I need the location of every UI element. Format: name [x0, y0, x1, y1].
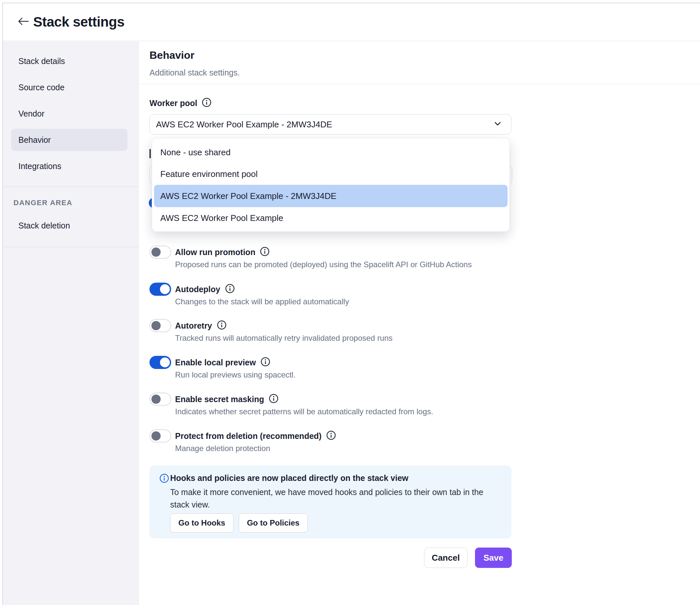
toggle-description: Indicates whether secret patterns will b… — [175, 407, 433, 416]
info-icon[interactable] — [326, 430, 336, 442]
toggle-description: Manage deletion protection — [175, 444, 336, 453]
arrow-left-icon — [17, 17, 30, 28]
toggle-description: Tracked runs will automatically retry in… — [175, 334, 393, 343]
sidebar-item-stack-details[interactable]: Stack details — [3, 48, 138, 74]
info-icon[interactable] — [217, 320, 227, 331]
section-divider — [139, 84, 700, 84]
dropdown-option-none[interactable]: None - use shared — [152, 141, 509, 163]
toggle-row-autoretry: Autoretry Tracked runs will automaticall… — [149, 319, 393, 343]
toggle-knob — [151, 431, 160, 441]
hooks-policies-info-box: Hooks and policies are now placed direct… — [149, 466, 511, 538]
info-icon[interactable] — [269, 394, 279, 405]
info-icon-blue — [159, 473, 169, 484]
info-box-title: Hooks and policies are now placed direct… — [170, 473, 408, 483]
danger-area-heading: DANGER AREA — [14, 199, 72, 207]
info-box-body: To make it more convenient, we have move… — [170, 486, 502, 511]
toggle-row-protect-from-deletion: Protect from deletion (recommended) Mana… — [149, 429, 336, 453]
toggle-knob — [151, 395, 160, 404]
sidebar-item-stack-deletion[interactable]: Stack deletion — [18, 218, 70, 233]
toggle-label: Enable secret masking — [175, 395, 264, 404]
worker-pool-dropdown-menu: None - use shared Feature environment po… — [152, 138, 510, 232]
toggle-row-allow-run-promotion: Allow run promotion Proposed runs can be… — [149, 245, 472, 269]
toggle-label: Autoretry — [175, 321, 212, 331]
info-icon[interactable] — [260, 246, 270, 258]
info-icon[interactable] — [225, 284, 235, 295]
sidebar-danger-section: DANGER AREA Stack deletion — [3, 187, 138, 247]
dropdown-option-aws-2mw3j4de[interactable]: AWS EC2 Worker Pool Example - 2MW3J4DE — [154, 185, 507, 207]
section-title: Behavior — [149, 49, 195, 61]
stack-settings-page: Stack settings Stack details Source code… — [0, 0, 700, 605]
worker-pool-select[interactable]: AWS EC2 Worker Pool Example - 2MW3J4DE — [149, 114, 511, 135]
sidebar-item-source-code[interactable]: Source code — [3, 74, 138, 101]
toggle-row-autodeploy: Autodeploy Changes to the stack will be … — [149, 283, 349, 306]
back-button[interactable] — [16, 16, 31, 29]
toggle-label: Allow run promotion — [175, 247, 255, 257]
enable-secret-masking-toggle[interactable] — [149, 393, 171, 406]
cancel-button[interactable]: Cancel — [424, 548, 468, 568]
toggle-label: Enable local preview — [175, 358, 256, 367]
toggle-knob — [160, 358, 170, 367]
info-icon[interactable] — [260, 357, 270, 368]
chevron-down-icon — [493, 119, 503, 130]
sidebar-nav: Stack details Source code Vendor Behavio… — [3, 42, 138, 187]
section-subtitle: Additional stack settings. — [149, 68, 240, 77]
toggle-description: Changes to the stack will be applied aut… — [175, 297, 349, 306]
hidden-field-label-fragment — [149, 149, 151, 158]
sidebar: Stack details Source code Vendor Behavio… — [3, 42, 139, 605]
sidebar-item-vendor[interactable]: Vendor — [3, 101, 138, 127]
allow-run-promotion-toggle[interactable] — [149, 245, 171, 259]
worker-pool-label-row: Worker pool — [149, 97, 211, 109]
toggle-row-enable-local-preview: Enable local preview Run local previews … — [149, 356, 296, 379]
toggle-row-enable-secret-masking: Enable secret masking Indicates whether … — [149, 393, 433, 416]
info-icon[interactable] — [202, 98, 211, 109]
sidebar-item-behavior[interactable]: Behavior — [3, 127, 138, 153]
protect-from-deletion-toggle[interactable] — [149, 429, 171, 443]
worker-pool-selected-value: AWS EC2 Worker Pool Example - 2MW3J4DE — [156, 120, 493, 130]
header: Stack settings — [3, 3, 700, 41]
worker-pool-label: Worker pool — [149, 99, 197, 108]
toggle-label: Autodeploy — [175, 285, 220, 294]
go-to-hooks-button[interactable]: Go to Hooks — [170, 514, 233, 532]
autodeploy-toggle[interactable] — [149, 283, 171, 296]
toggle-knob — [151, 247, 160, 257]
toggle-knob — [160, 284, 170, 294]
enable-local-preview-toggle[interactable] — [149, 356, 171, 369]
toggle-knob — [151, 321, 160, 330]
save-button[interactable]: Save — [475, 548, 512, 568]
toggle-description: Run local previews using spacectl. — [175, 370, 296, 379]
toggle-label: Protect from deletion (recommended) — [175, 431, 322, 441]
dropdown-option-feature-pool[interactable]: Feature environment pool — [152, 163, 509, 185]
toggle-description: Proposed runs can be promoted (deployed)… — [175, 260, 472, 269]
dropdown-option-aws[interactable]: AWS EC2 Worker Pool Example — [152, 207, 509, 229]
sidebar-item-integrations[interactable]: Integrations — [3, 153, 138, 179]
page-title: Stack settings — [33, 14, 125, 30]
go-to-policies-button[interactable]: Go to Policies — [239, 514, 308, 532]
autoretry-toggle[interactable] — [149, 319, 171, 332]
